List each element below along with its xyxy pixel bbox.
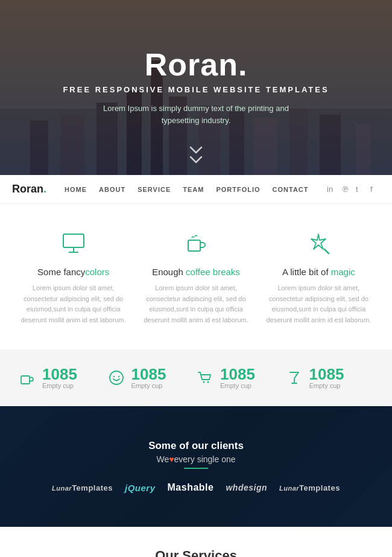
feature-colors-title: Some fancycolors	[37, 267, 109, 277]
navbar: Roran. HOME ABOUT SERVICE TEAM PORTFOLIO…	[0, 175, 392, 204]
stat-4-number: 1085	[309, 366, 344, 382]
hero-chevrons[interactable]	[189, 146, 203, 164]
cart-stat-icon	[196, 369, 214, 387]
nav-about[interactable]: ABOUT	[99, 186, 125, 193]
feature-colors-desc: Lorem ipsum dolor sit amet, consectetur …	[18, 283, 128, 325]
services-title: Our Services	[12, 548, 380, 557]
svg-marker-4	[311, 234, 326, 249]
stat-2-label: Empty cup	[131, 382, 166, 389]
feature-colors: Some fancycolors Lorem ipsum dolor sit a…	[18, 228, 128, 325]
svg-point-7	[110, 371, 123, 384]
svg-point-9	[118, 376, 119, 377]
feature-magic-title: A little bit of magic	[282, 267, 355, 277]
stat-1: 1085 Empty cup	[18, 366, 107, 389]
nav-home[interactable]: HOME	[65, 186, 87, 193]
nav-brand[interactable]: Roran.	[12, 183, 46, 196]
nav-contact[interactable]: CONTACT	[273, 186, 309, 193]
stat-3-number: 1085	[220, 366, 255, 382]
client-jquery: jQuery	[125, 483, 156, 493]
features-section: Some fancycolors Lorem ipsum dolor sit a…	[0, 204, 392, 349]
client-lunar2: LunarTemplates	[279, 483, 340, 492]
stat-2: 1085 Empty cup	[107, 366, 197, 389]
svg-rect-3	[188, 240, 200, 251]
nav-links: HOME ABOUT SERVICE TEAM PORTFOLIO CONTAC…	[65, 186, 327, 193]
stat-4: 1085 Empty cup	[285, 366, 375, 389]
nav-team[interactable]: TEAM	[183, 186, 204, 193]
pinterest-icon[interactable]: ℗	[341, 185, 351, 194]
facebook-icon[interactable]: f	[370, 185, 380, 194]
clients-sub: We♥every single one	[156, 454, 235, 464]
feature-magic-desc: Lorem ipsum dolor sit amet, consectetur …	[264, 283, 374, 325]
linkedin-icon[interactable]: in	[327, 185, 337, 194]
services-header: Our Services With Passion & Experience	[0, 527, 392, 557]
svg-point-13	[296, 374, 297, 375]
clients-section: Some of our clients We♥every single one …	[0, 406, 392, 527]
client-mashable: Mashable	[168, 482, 214, 493]
nav-portfolio[interactable]: PORTFOLIO	[216, 186, 260, 193]
hero-desc: Lorem Ipsum is simply dummy text of the …	[103, 103, 289, 126]
stat-1-label: Empty cup	[42, 382, 77, 389]
coffee-icon	[181, 228, 211, 258]
stats-section: 1085 Empty cup 1085 Empty cup 108	[0, 349, 392, 406]
stat-3-label: Empty cup	[220, 382, 255, 389]
stat-4-label: Empty cup	[309, 382, 344, 389]
feature-magic: A little bit of magic Lorem ipsum dolor …	[264, 228, 374, 325]
client-lunar1: LunarTemplates	[52, 483, 113, 492]
nav-social: in ℗ t f	[327, 185, 380, 194]
svg-point-8	[113, 376, 114, 377]
hero-title: Roran.	[145, 49, 248, 80]
monitor-icon	[58, 228, 89, 258]
svg-line-5	[324, 249, 329, 253]
stat-3: 1085 Empty cup	[196, 366, 285, 389]
cocktail-stat-icon	[285, 369, 303, 387]
svg-point-11	[207, 381, 209, 383]
feature-coffee: Enough coffee breaks Lorem ipsum dolor s…	[141, 228, 251, 325]
feature-coffee-desc: Lorem ipsum dolor sit amet, consectetur …	[141, 283, 251, 325]
coffee-stat-icon	[18, 369, 36, 387]
hero-section: Roran. FREE RESPONSIVE MOBILE WEBSITE TE…	[0, 0, 392, 175]
svg-point-10	[203, 381, 205, 383]
client-whdesign: whdesign	[226, 483, 267, 492]
clients-title: Some of our clients	[148, 440, 244, 452]
feature-coffee-title: Enough coffee breaks	[152, 267, 240, 277]
clients-logos: LunarTemplates jQuery Mashable whdesign …	[52, 482, 340, 493]
stat-1-number: 1085	[42, 366, 77, 382]
svg-rect-0	[63, 234, 84, 247]
twitter-icon[interactable]: t	[356, 185, 365, 194]
clients-underline	[184, 468, 208, 469]
nav-service[interactable]: SERVICE	[138, 186, 171, 193]
magic-icon	[303, 228, 334, 258]
svg-rect-6	[21, 376, 30, 384]
stat-2-number: 1085	[131, 366, 166, 382]
smile-stat-icon	[107, 369, 125, 387]
hero-subtitle: FREE RESPONSIVE MOBILE WEBSITE TEMPLATES	[63, 85, 329, 94]
